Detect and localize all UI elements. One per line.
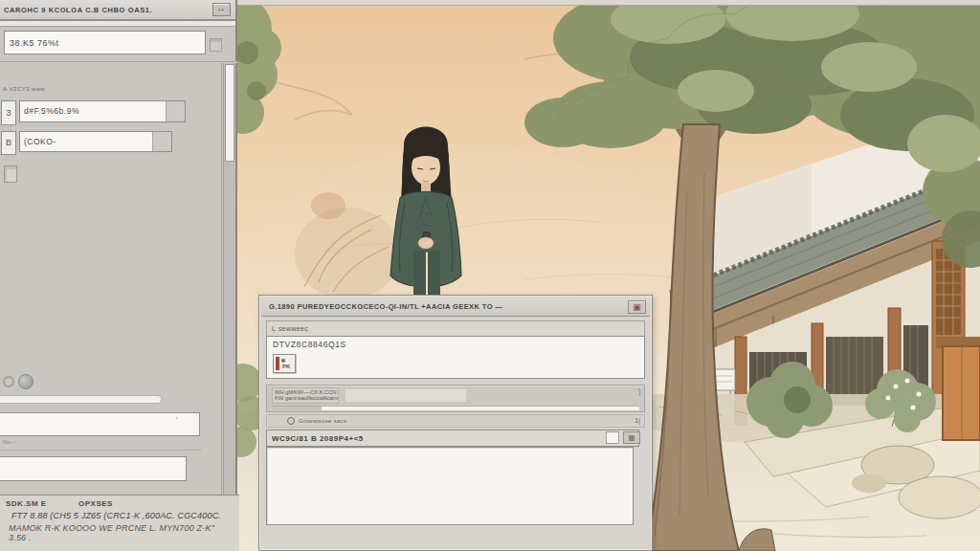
dialog-title[interactable]: G.1890 PUREDYEOCCKOCECO-QI-IN/TL +AACIA … [261,298,650,317]
inner-panel-edge [221,63,222,495]
scrollbar-thumb[interactable] [225,64,234,162]
file-id-text: DTVZ8C8846Q1S [273,340,346,349]
dialog-text-area[interactable] [266,447,634,525]
radio-count: 1| [635,417,640,424]
input-strip[interactable] [0,395,162,404]
search-input[interactable] [4,31,206,55]
radio-row[interactable]: Gmwwwcee sacs 1| [266,414,645,428]
combo-field-1-value: d#F.5%6b.9% [24,106,79,116]
dropdown-button[interactable] [166,101,185,121]
list-header: WC9C/81 B 2089P4+<5 [266,430,639,447]
top-strip [237,0,980,6]
bottom-input-2[interactable] [0,456,187,481]
info-bar: WH gM/KW—-CK.K.CCN T.7TN KW ganz.kauf/kc… [266,385,645,412]
left-panel-title: CAROHC 9 KCOLOA C.B CHBO OAS1. [0,0,235,20]
tick-mark-icon: ' [176,415,178,425]
toggle-circle-filled-icon[interactable] [18,374,33,389]
blank-button[interactable] [606,431,619,444]
status-line-1b: OPXSES [78,499,113,508]
chevron-right-icon: ⟩ [637,387,641,397]
status-line-2: FT7 8.88 (CH5 5 JZ65 (CRC1-K ,600AC. CGC… [11,511,235,520]
dialog-close-icon: ▣ [633,302,641,312]
toolbar-strip [0,20,235,27]
file-panel: DTVZ8C8846Q1S PK [266,336,645,379]
status-line-1a: SDK.SM E [6,499,47,508]
window-control-button[interactable]: ▪▪ [212,3,231,16]
field-prefix-label: B [6,138,11,147]
progress-segment [272,407,322,410]
field-prefix-button[interactable]: 3 [1,100,16,125]
info-tab[interactable]: WH gM/KW—-CK.K.CCN T.7TN KW ganz.kauf/kc… [272,387,339,404]
door [936,337,980,440]
radio-icon[interactable] [287,417,295,425]
grid-button[interactable]: ▦ [623,431,640,444]
toggle-circle-icon[interactable] [3,376,14,387]
grid-icon: ▦ [628,433,635,442]
status-area: SDK.SM E OPXSES FT7 8.88 (CH5 5 JZ65 (CR… [0,495,239,551]
radio-label: Gmwwwcee sacs [299,418,346,424]
dialog-window: G.1890 PUREDYEOCCKOCECO-QI-IN/TL +AACIA … [258,295,653,551]
field-prefix-label: 3 [6,108,11,118]
file-icon-label: PK [282,364,290,369]
group-label: Ļ sewweec [266,320,645,336]
field-prefix-button[interactable]: B [1,131,16,155]
combo-field-1[interactable]: d#F.5%6b.9% [19,100,186,122]
file-icon-red-bar [276,357,279,370]
divider-line [0,450,202,451]
stamp-icon [210,38,222,52]
combo-field-2-value: (COKO- [24,137,56,146]
progress-bar [272,406,639,411]
page-icon[interactable] [4,165,17,183]
window-buttons-icon: ▪▪ [218,7,224,12]
section-label: A.VZCY3 www [3,86,45,92]
info-line-2: KW ganz.kauf/kcccalkcamc/ c [275,395,336,401]
left-panel-window: CAROHC 9 KCOLOA C.B CHBO OAS1. ▪▪ A.VZCY… [0,0,237,495]
file-icon[interactable]: PK [273,354,296,373]
dropdown-button[interactable] [152,132,171,151]
mini-label: No— [3,439,16,445]
dialog-close-button[interactable]: ▣ [628,300,646,314]
screen: CAROHC 9 KCOLOA C.B CHBO OAS1. ▪▪ A.VZCY… [0,0,980,551]
selection-highlight[interactable] [345,389,466,402]
file-icon-green-dot [281,359,285,363]
scrollbar[interactable] [223,63,235,495]
section-divider [0,61,237,63]
combo-field-2[interactable]: (COKO- [19,131,172,152]
status-line-3: MAMOK R-K KOOOO WE PRCNE L. MYN700 Z-K" … [9,523,234,542]
bottom-input-1[interactable] [0,412,200,436]
